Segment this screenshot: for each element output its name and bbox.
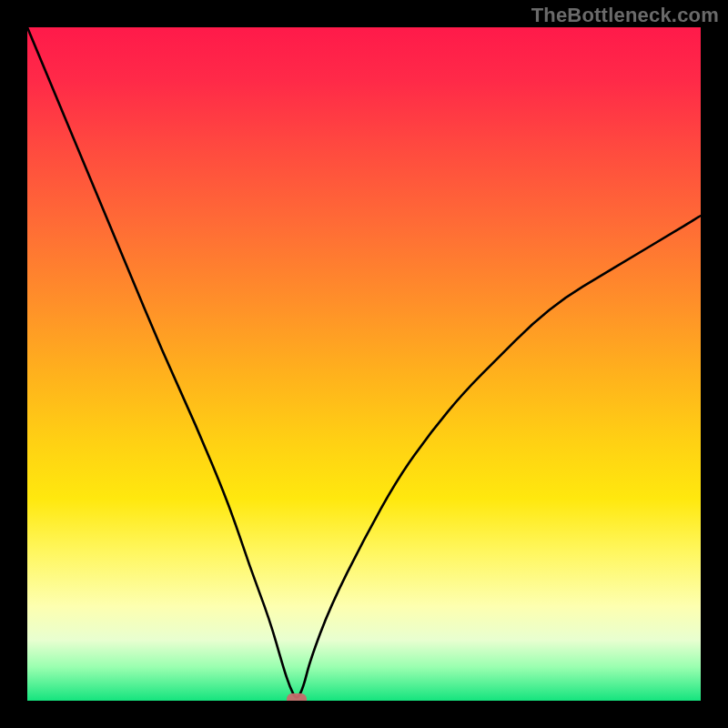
chart-frame: TheBottleneck.com: [0, 0, 728, 728]
min-marker: [287, 693, 307, 701]
curve-svg: [27, 27, 701, 701]
watermark-text: TheBottleneck.com: [531, 4, 719, 27]
bottleneck-curve: [27, 27, 701, 697]
plot-area: [27, 27, 701, 701]
